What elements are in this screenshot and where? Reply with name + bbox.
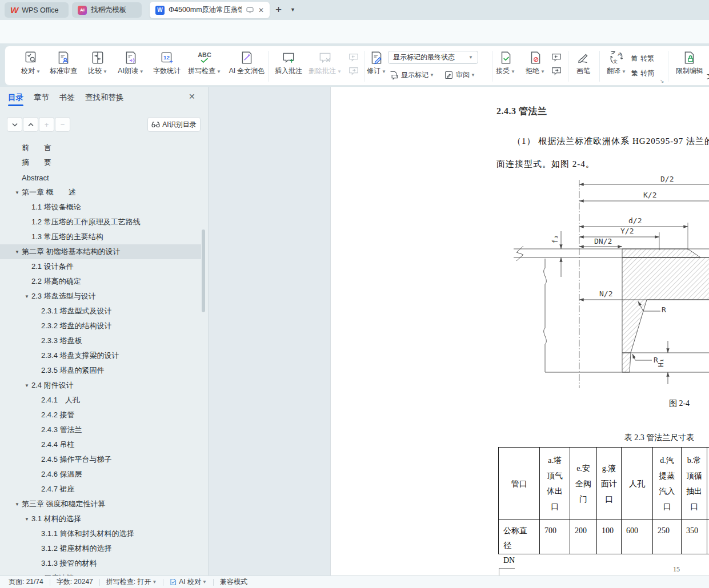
reject-revision-button[interactable]: 拒绝▼ — [519, 50, 552, 76]
toc-item[interactable]: ▼ 2.4.3 管法兰 — [0, 422, 201, 437]
toc-item[interactable]: ▼ 2.4.6 保温层 — [0, 467, 201, 482]
accept-revision-button[interactable]: 接受▼ — [489, 50, 522, 76]
toc-collapse-triangle-icon[interactable]: ▼ — [13, 502, 22, 507]
toc-item[interactable]: ▼ 前 言 — [0, 140, 201, 155]
toc-collapse-triangle-icon[interactable]: ▼ — [22, 294, 31, 299]
toc-item[interactable]: ▼ 1.2 常压塔的工作原理及工艺路线 — [0, 215, 201, 229]
traditional-to-simplified-button[interactable]: 繁 转简 — [631, 66, 654, 80]
toc-item[interactable]: ▼ 3.1.3 接管的材料 — [0, 556, 201, 571]
sidebar-tab[interactable]: 章节 — [34, 92, 49, 106]
pen-button[interactable]: 画笔 — [565, 50, 602, 76]
toc-item[interactable]: ▼ 3.1 材料的选择 — [0, 512, 201, 526]
collapse-all-button[interactable] — [7, 117, 22, 132]
show-markup-icon — [389, 70, 399, 80]
review-ribbon: 校对▼ 标准审查 比较▼ AI朗读▼ 12 字数统计 ABC 拼写检查▼ AI … — [5, 46, 709, 86]
tab-wps-office[interactable]: W WPS Office — [5, 2, 69, 18]
markup-state-value: 显示标记的最终状态 — [393, 53, 455, 62]
previous-revision-icon[interactable] — [550, 51, 563, 64]
tab-template-store[interactable]: AI 找稻壳模板 — [72, 2, 142, 18]
ai-recognize-toc-button[interactable]: AI识别目录 — [147, 117, 201, 132]
spell-check-status[interactable]: 拼写检查: 打开▼ — [106, 577, 157, 587]
sidebar-scrollbar[interactable] — [202, 229, 205, 312]
toc-item[interactable]: ▼ 2.3.3 塔盘板 — [0, 333, 201, 348]
toc-item[interactable]: ▼ 2.4.5 操作平台与梯子 — [0, 452, 201, 467]
sidebar-tab[interactable]: 目录 — [8, 92, 23, 106]
toc-collapse-triangle-icon[interactable]: ▼ — [13, 190, 22, 195]
ai-polish-icon — [239, 50, 254, 65]
table-header-cell: 管口 — [499, 448, 540, 520]
proofread-button[interactable]: 校对▼ — [13, 50, 49, 76]
dropdown-chevron-icon: ▼ — [468, 55, 473, 60]
dim-label: d/2 — [628, 216, 642, 225]
toc-item[interactable]: ▼ 2.1 设计条件 — [0, 259, 201, 274]
toc-item-label: 2.4.7 裙座 — [41, 484, 75, 494]
spell-check-button[interactable]: ABC 拼写检查▼ — [186, 50, 223, 76]
group-dialog-launcher-icon[interactable]: ↘ — [660, 78, 664, 84]
toc-item-label: 第三章 强度和稳定性计算 — [22, 499, 106, 509]
close-sidebar-icon[interactable]: ✕ — [189, 92, 195, 101]
word-count-button[interactable]: 12 字数统计 — [149, 50, 185, 76]
toc-item[interactable]: ▼ 第二章 初馏塔基本结构的设计 — [0, 244, 201, 259]
toc-item[interactable]: ▼ 2.4.2 接管 — [0, 408, 201, 422]
toc-item[interactable]: ▼ 1.1 塔设备概论 — [0, 200, 201, 215]
toc-item[interactable]: ▼ 2.3.1 塔盘型式及设计 — [0, 304, 201, 319]
table-header-cell: e.安 全阀 门 — [570, 448, 597, 520]
show-markup-button[interactable]: 显示标记▼ — [389, 68, 434, 82]
insert-comment-button[interactable]: 插入批注 — [270, 50, 307, 76]
toc-item-label: 1.2 常压塔的工作原理及工艺路线 — [31, 217, 141, 227]
word-count-indicator[interactable]: 字数: 20247 — [57, 577, 93, 587]
restrict-editing-button[interactable]: 限制编辑 — [671, 50, 708, 76]
toc-item-label: 1.3 常压塔的主要结构 — [31, 232, 103, 242]
table-cell: 100 — [597, 520, 622, 554]
toc-item[interactable]: ▼ 2.3.2 塔盘的结构设计 — [0, 319, 201, 333]
dim-label: R — [654, 356, 658, 364]
toc-collapse-triangle-icon[interactable]: ▼ — [22, 517, 31, 522]
toc-item[interactable]: ▼ 2.3.5 塔盘的紧固件 — [0, 363, 201, 378]
toc-item[interactable]: ▼ 2.4.7 裙座 — [0, 482, 201, 497]
compare-button[interactable]: 比较▼ — [79, 50, 116, 76]
toc-item[interactable]: ▼ 3.1.2 裙座材料的选择 — [0, 541, 201, 556]
clipped-ribbon-label[interactable]: 文 — [707, 71, 709, 81]
standard-review-button[interactable]: 标准审查 — [45, 50, 82, 76]
toc-item[interactable]: ▼ 1.3 常压塔的主要结构 — [0, 229, 201, 244]
next-revision-icon[interactable] — [550, 65, 563, 78]
review-pane-button[interactable]: 审阅▼ — [444, 68, 475, 82]
sidebar-tab[interactable]: 书签 — [59, 92, 75, 106]
paragraph-line: （1） 根据法兰标准欧洲体系 HG20595-97 法兰的选用，选择带颈对焊钢制… — [512, 136, 709, 147]
new-tab-button[interactable]: + — [275, 4, 282, 15]
close-tab-icon[interactable]: ✕ — [258, 6, 264, 14]
toc-item[interactable]: ▼ 2.4.1 人孔 — [0, 393, 201, 408]
expand-all-button[interactable] — [23, 117, 38, 132]
tab-document[interactable]: W Φ4500mm原油常压蒸馏塔机 ✕ — [150, 2, 270, 18]
ai-proofread-status[interactable]: AI 校对▼ — [170, 577, 207, 587]
ai-read-aloud-button[interactable]: AI朗读▼ — [113, 50, 149, 76]
markup-state-dropdown[interactable]: 显示标记的最终状态 ▼ — [388, 51, 478, 64]
document-page[interactable]: 2.4.3 管法兰 （1） 根据法兰标准欧洲体系 HG20595-97 法兰的选… — [330, 87, 709, 575]
toc-item[interactable]: ▼ 摘 要 — [0, 155, 201, 170]
window-tab-bar: W WPS Office AI 找稻壳模板 W Φ4500mm原油常压蒸馏塔机 … — [0, 0, 709, 20]
ai-read-aloud-icon — [123, 50, 138, 65]
page-indicator[interactable]: 页面: 21/74 — [9, 577, 43, 587]
toc-item[interactable]: ▼ 第三章 强度和稳定性计算 — [0, 497, 201, 512]
translate-button[interactable]: A文 翻译▼ — [598, 50, 635, 76]
dim-label: DN/2 — [594, 237, 612, 245]
wps-office-window: W WPS Office AI 找稻壳模板 W Φ4500mm原油常压蒸馏塔机 … — [0, 0, 709, 588]
toc-item-label: 2.3.1 塔盘型式及设计 — [41, 306, 112, 316]
toc-item[interactable]: ▼ 2.2 塔高的确定 — [0, 274, 201, 289]
toc-item[interactable]: ▼ 3.1.1 筒体和封头材料的选择 — [0, 526, 201, 541]
tab-list-chevron-icon[interactable]: ▼ — [290, 7, 295, 13]
toc-item[interactable]: ▼ Abstract — [0, 170, 201, 185]
simplified-to-traditional-button[interactable]: 简 转繁 — [631, 51, 654, 65]
toc-item[interactable]: ▼ 2.3 塔盘选型与设计 — [0, 289, 201, 304]
screen-share-icon[interactable] — [246, 7, 254, 14]
toc-collapse-triangle-icon[interactable]: ▼ — [22, 383, 31, 388]
toc-item[interactable]: ▼ 第一章 概 述 — [0, 185, 201, 200]
toc-item[interactable]: ▼ 2.4 附件设计 — [0, 378, 201, 393]
toc-collapse-triangle-icon[interactable]: ▼ — [13, 249, 22, 255]
toc-item[interactable]: ▼ 2.3.4 塔盘支撑梁的设计 — [0, 348, 201, 363]
toc-item[interactable]: ▼ 3.2 厚度计算 — [0, 571, 201, 575]
ai-polish-button[interactable]: AI 全文润色 — [225, 50, 269, 76]
toc-item-label: 2.4.2 接管 — [41, 410, 75, 420]
toc-item[interactable]: ▼ 2.4.4 吊柱 — [0, 437, 201, 452]
sidebar-tab[interactable]: 查找和替换 — [85, 92, 124, 106]
